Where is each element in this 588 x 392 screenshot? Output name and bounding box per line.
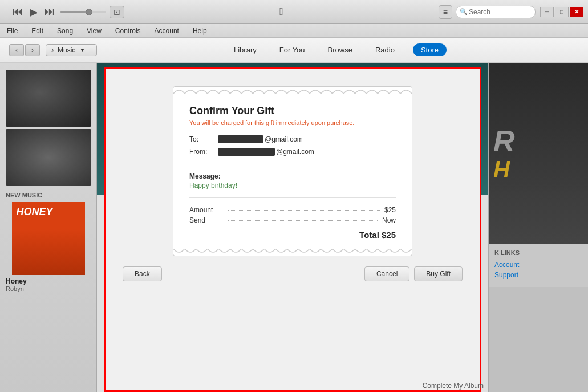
- search-icon: 🔍: [460, 8, 468, 15]
- honey-title: Honey: [6, 277, 91, 285]
- nav-arrows: ‹ ›: [9, 44, 40, 56]
- navbar: ‹ › ♪ Music ▼ Library For You Browse Rad…: [0, 38, 588, 63]
- right-sidebar-dark: R H: [489, 63, 588, 244]
- to-row: To: @gmail.com: [189, 135, 396, 143]
- support-link[interactable]: Support: [494, 271, 582, 279]
- complete-my-album-bar[interactable]: Complete My Album: [418, 379, 488, 392]
- nav-browse[interactable]: Browse: [323, 43, 357, 56]
- menu-file[interactable]: File: [5, 26, 20, 36]
- back-button[interactable]: Back: [123, 266, 162, 281]
- forward-arrow-button[interactable]: ›: [25, 44, 40, 56]
- send-value: Now: [382, 216, 396, 224]
- from-label: From:: [189, 148, 218, 156]
- wavy-top-border: [173, 87, 412, 94]
- wavy-bottom-border: [173, 249, 412, 256]
- nav-radio[interactable]: Radio: [371, 43, 399, 56]
- volume-slider[interactable]: [60, 11, 106, 13]
- nav-library[interactable]: Library: [229, 43, 261, 56]
- apple-logo: : [124, 6, 439, 18]
- list-view-button[interactable]: ≡: [439, 5, 452, 19]
- right-letter-h: H: [493, 158, 510, 181]
- volume-thumb[interactable]: [86, 9, 92, 15]
- total-row: Total $25: [189, 230, 396, 240]
- transport-controls: ⏮ ▶ ⏭: [10, 5, 57, 19]
- send-row: Send Now: [189, 216, 396, 224]
- honey-artist: Robyn: [6, 285, 91, 292]
- rewind-button[interactable]: ⏮: [10, 5, 25, 19]
- titlebar: ⏮ ▶ ⏭ ⊡  ≡ 🔍 ─ □ ✕: [0, 0, 588, 24]
- from-row: From: @gmail.com: [189, 148, 396, 156]
- ticket-body: Confirm Your Gift You will be charged fo…: [173, 94, 412, 249]
- confirm-title: Confirm Your Gift: [189, 105, 396, 117]
- menu-account[interactable]: Account: [152, 26, 181, 36]
- nav-store[interactable]: Store: [413, 43, 447, 56]
- menu-song[interactable]: Song: [55, 26, 75, 36]
- honey-album-info: Honey Robyn: [0, 275, 96, 294]
- search-input[interactable]: [456, 6, 536, 18]
- honey-album-container[interactable]: HONEY: [12, 202, 85, 275]
- minimize-button[interactable]: ─: [540, 7, 554, 17]
- left-sidebar: New Music HONEY Honey Robyn: [0, 63, 97, 392]
- menu-help[interactable]: Help: [190, 26, 209, 36]
- search-wrapper: 🔍: [456, 6, 536, 18]
- buy-gift-button[interactable]: Buy Gift: [414, 266, 463, 281]
- send-label: Send: [189, 216, 224, 224]
- cancel-button[interactable]: Cancel: [364, 266, 409, 281]
- window-controls: ─ □ ✕: [540, 7, 583, 17]
- message-label: Message:: [189, 172, 396, 180]
- play-button[interactable]: ▶: [27, 5, 40, 19]
- honey-cover-text: HONEY: [17, 207, 80, 217]
- right-sidebar: R H K LINKS Account Support: [488, 63, 588, 392]
- divider2: [189, 197, 396, 198]
- source-label: Music: [58, 46, 75, 54]
- sidebar-mid-album[interactable]: [6, 129, 91, 186]
- main-area: New Music HONEY Honey Robyn: [0, 63, 588, 392]
- dialog-overlay: Confirm Your Gift You will be charged fo…: [104, 67, 481, 392]
- titlebar-right: ≡ 🔍: [439, 5, 536, 19]
- btn-group-right: Cancel Buy Gift: [364, 266, 463, 281]
- back-arrow-button[interactable]: ‹: [9, 44, 24, 56]
- to-email-redacted: [218, 135, 263, 143]
- dotted-line-1: [228, 210, 380, 211]
- quick-links-title: K LINKS: [494, 249, 582, 256]
- nav-links: Library For You Browse Radio Store: [97, 43, 579, 56]
- new-music-label: New Music: [0, 188, 96, 200]
- music-note-icon: ♪: [51, 46, 54, 54]
- menubar: File Edit Song View Controls Account Hel…: [0, 24, 588, 38]
- gift-ticket: Confirm Your Gift You will be charged fo…: [173, 86, 412, 256]
- airplay-button[interactable]: ⊡: [110, 6, 124, 18]
- message-text: Happy birthday!: [189, 181, 396, 189]
- amount-value: $25: [384, 206, 396, 214]
- close-button[interactable]: ✕: [570, 7, 583, 17]
- right-sidebar-bottom: K LINKS Account Support: [489, 244, 588, 287]
- fastforward-button[interactable]: ⏭: [42, 5, 57, 19]
- account-link[interactable]: Account: [494, 261, 582, 269]
- amount-label: Amount: [189, 206, 224, 214]
- confirm-subtitle: You will be charged for this gift immedi…: [189, 119, 396, 126]
- to-email-domain: @gmail.com: [265, 135, 303, 143]
- right-letter-r: R: [493, 126, 515, 156]
- menu-view[interactable]: View: [84, 26, 104, 36]
- from-email-domain: @gmail.com: [276, 148, 314, 156]
- dialog-buttons: Back Cancel Buy Gift: [117, 266, 468, 281]
- dotted-line-2: [228, 220, 378, 221]
- to-label: To:: [189, 135, 218, 143]
- dark-photo: [6, 70, 91, 127]
- dropdown-chevron-icon: ▼: [80, 47, 85, 53]
- menu-controls[interactable]: Controls: [113, 26, 143, 36]
- center-content: Confirm Your Gift You will be charged fo…: [97, 63, 488, 392]
- dark-photo2: [6, 129, 91, 186]
- maximize-button[interactable]: □: [555, 7, 569, 17]
- sidebar-top-album[interactable]: [6, 70, 91, 127]
- divider: [189, 164, 396, 164]
- menu-edit[interactable]: Edit: [29, 26, 46, 36]
- amount-row: Amount $25: [189, 206, 396, 214]
- source-dropdown[interactable]: ♪ Music ▼: [46, 44, 97, 56]
- from-email-redacted: [218, 148, 275, 156]
- nav-foryou[interactable]: For You: [275, 43, 310, 56]
